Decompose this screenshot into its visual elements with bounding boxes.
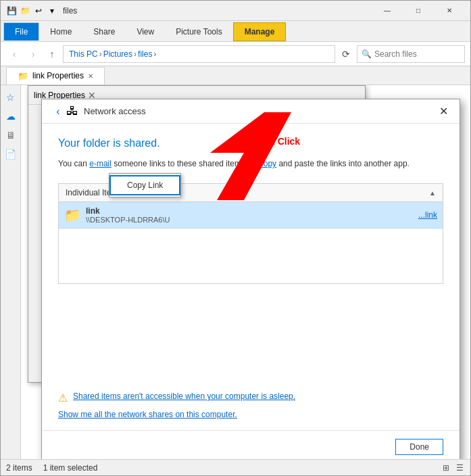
search-icon: 🔍 [362,49,372,59]
address-bar: ‹ › ↑ This PC › Pictures › files › ⟳ 🔍 [1,42,470,66]
explorer-content: link Properties ✕ ‹ 🖧 Network access ✕ Y… [21,85,470,459]
tab-label: link Properties [32,71,84,80]
network-dialog-close-button[interactable]: ✕ [435,103,451,120]
network-access-dialog: ‹ 🖧 Network access ✕ Your folder is shar… [41,99,460,459]
back-button[interactable]: ‹ [6,46,22,62]
items-count: 2 items [6,463,32,473]
tab-manage[interactable]: Manage [233,22,287,41]
search-box[interactable]: 🔍 [357,45,465,63]
desc-end: and paste the links into another app. [276,159,410,168]
desc-mid: someone links to these shared items, or [111,159,259,168]
desc-start: You can [58,159,89,168]
tab-folder-icon: 📁 [18,71,28,81]
close-button[interactable]: ✕ [434,1,465,21]
path-part-2[interactable]: files [138,49,152,59]
tab-view[interactable]: View [126,22,165,41]
window-controls: — □ ✕ [372,1,465,21]
save-icon[interactable]: 💾 [6,5,17,16]
email-link[interactable]: e-mail [89,159,111,168]
item-link[interactable]: ...link [418,210,437,220]
quick-access-arrow[interactable]: ▾ [47,5,57,16]
address-path[interactable]: This PC › Pictures › files › [63,45,335,63]
status-bar: 2 items 1 item selected ⊞ ☰ [1,459,470,475]
path-sep-0: › [99,49,102,59]
shared-description: You can e-mail someone links to these sh… [58,158,443,170]
warning-section: ⚠ Shared items aren't accessible when yo… [42,391,460,430]
main-window: 💾 📁 ↩ ▾ files — □ ✕ File Home Share View… [0,0,471,476]
sidebar: ☆ ☁ 🖥 📄 [1,85,21,459]
item-path: \\DESKTOP-HLDRRA6\U [86,216,418,224]
ribbon: File Home Share View Picture Tools Manag… [1,21,470,42]
item-name: link [86,206,418,216]
items-list: 📁 link \\DESKTOP-HLDRRA6\U ...link [59,202,443,283]
context-menu: Copy Link [109,173,181,197]
folder-icon[interactable]: 📁 [20,5,30,16]
tab-share[interactable]: Share [82,22,126,41]
minimize-button[interactable]: — [372,1,403,21]
dialog-footer: Done [42,430,460,459]
view-grid-icon[interactable]: ⊞ [441,462,451,473]
sidebar-icon-desktop[interactable]: 🖥 [4,128,18,142]
tab-file[interactable]: File [3,22,39,41]
items-header-arrow[interactable]: ▲ [429,189,436,197]
link-properties-tab[interactable]: 📁 link Properties ✕ [6,67,105,85]
network-dialog-title: Network access [84,106,146,116]
sidebar-icon-document[interactable]: 📄 [4,147,18,161]
warning-icon: ⚠ [58,391,68,404]
path-part-0[interactable]: This PC [69,49,98,59]
sidebar-icon-star[interactable]: ☆ [4,91,18,104]
network-dialog-header: ‹ 🖧 Network access ✕ [42,99,460,124]
network-shares-link[interactable]: Show me all the network shares on this c… [58,410,237,419]
window-title: files [63,6,372,16]
tab-picture-tools[interactable]: Picture Tools [165,22,232,41]
title-bar: 💾 📁 ↩ ▾ files — □ ✕ [1,1,470,21]
main-content: ☆ ☁ 🖥 📄 link Properties ✕ ‹ 🖧 Network ac… [1,85,470,459]
shared-title: Your folder is shared. [58,137,443,149]
path-sep-1: › [134,49,137,59]
item-folder-icon: 📁 [64,207,80,223]
path-part-1[interactable]: Pictures [103,49,132,59]
tab-home[interactable]: Home [39,22,82,41]
network-dialog-body: Your folder is shared. You can e-mail so… [42,124,460,391]
search-input[interactable] [374,49,460,59]
selected-count: 1 item selected [43,463,98,473]
copy-link-inline[interactable]: copy [259,159,276,168]
done-button[interactable]: Done [395,439,443,455]
ribbon-tabs: File Home Share View Picture Tools Manag… [1,21,470,41]
tab-close-button[interactable]: ✕ [88,72,93,80]
sidebar-icon-cloud[interactable]: ☁ [4,110,18,123]
status-right: ⊞ ☰ [441,462,465,473]
tabs-row: 📁 link Properties ✕ [1,66,470,85]
network-icon: 🖧 [66,104,78,118]
quick-access-toolbar: 💾 📁 ↩ ▾ [6,5,57,16]
undo-icon[interactable]: ↩ [33,5,44,16]
view-list-icon[interactable]: ☰ [454,462,465,473]
item-row: 📁 link \\DESKTOP-HLDRRA6\U ...link [59,202,443,229]
item-details: link \\DESKTOP-HLDRRA6\U [86,206,418,224]
individual-items-box: Individual Items ▲ 📁 link \\DESKTOP-HLD [58,183,443,284]
copy-link-menu-item[interactable]: Copy Link [109,175,180,195]
maximize-button[interactable]: □ [403,1,434,21]
warning-link[interactable]: Shared items aren't accessible when your… [73,391,295,401]
refresh-button[interactable]: ⟳ [338,46,354,62]
warning-row: ⚠ Shared items aren't accessible when yo… [58,391,443,404]
path-sep-2: › [153,49,156,59]
network-dialog-back-button[interactable]: ‹ [50,103,66,120]
forward-button[interactable]: › [25,46,41,62]
up-button[interactable]: ↑ [44,46,60,62]
